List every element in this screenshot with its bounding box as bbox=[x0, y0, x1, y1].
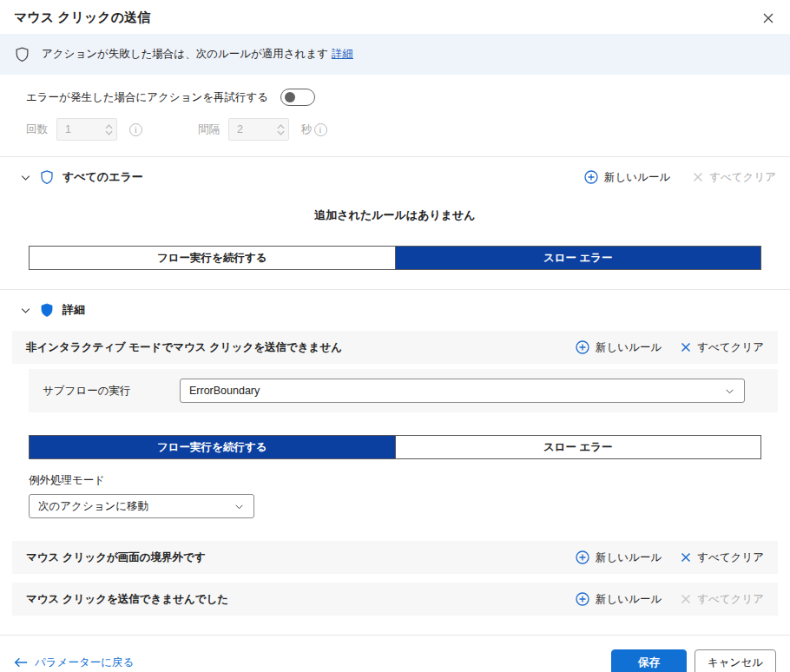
count-info-icon: i bbox=[129, 123, 142, 136]
rule-name: 非インタラクティブ モードでマウス クリックを送信できません bbox=[26, 340, 342, 355]
rule-row-noninteractive: 非インタラクティブ モードでマウス クリックを送信できません 新しいルール すべ… bbox=[12, 331, 778, 364]
collapse-advanced-chevron[interactable] bbox=[19, 304, 32, 317]
chevron-down-icon bbox=[105, 130, 113, 135]
x-icon bbox=[693, 172, 703, 182]
chevron-down-icon bbox=[19, 304, 32, 317]
shield-filled-icon bbox=[39, 302, 55, 318]
rule-row-send-failed: マウス クリックを送信できませんでした 新しいルール すべてクリア bbox=[12, 583, 778, 616]
rule1-options: フロー実行を続行する スロー エラー 例外処理モード 次のアクションに移動 bbox=[12, 412, 778, 518]
x-icon bbox=[681, 342, 691, 352]
toggle-knob bbox=[285, 92, 295, 102]
close-button[interactable] bbox=[760, 10, 776, 26]
shield-outline-icon bbox=[14, 46, 30, 63]
interval-spinner[interactable] bbox=[277, 124, 285, 135]
all-errors-new-rule-button[interactable]: 新しいルール bbox=[584, 170, 670, 185]
x-icon bbox=[681, 594, 691, 604]
retry-interval-label: 間隔 bbox=[198, 122, 220, 137]
rule2-new-rule-button[interactable]: 新しいルール bbox=[576, 550, 662, 565]
dialog-title: マウス クリックの送信 bbox=[14, 10, 150, 26]
error-rules-banner: アクションが失敗した場合は、次のルールが適用されます詳細 bbox=[0, 34, 790, 75]
chevron-down-icon bbox=[724, 385, 735, 397]
subflow-row: サブフローの実行 ErrorBoundary bbox=[29, 369, 778, 412]
spacer bbox=[12, 574, 778, 583]
plus-circle-icon bbox=[584, 170, 598, 184]
rule2-clear-all-button[interactable]: すべてクリア bbox=[681, 550, 764, 565]
subflow-label: サブフローの実行 bbox=[43, 384, 180, 399]
banner-text: アクションが失敗した場合は、次のルールが適用されます詳細 bbox=[42, 47, 353, 62]
continue-flow-option[interactable]: フロー実行を続行する bbox=[30, 247, 395, 269]
arrow-left-icon bbox=[14, 656, 28, 669]
all-errors-clear-all-button[interactable]: すべてクリア bbox=[693, 170, 776, 185]
plus-circle-icon bbox=[576, 550, 589, 564]
close-icon bbox=[762, 12, 774, 24]
seconds-label: 秒 bbox=[301, 122, 313, 137]
dialog-footer: パラメーターに戻る 保存 キャンセル bbox=[0, 635, 790, 672]
plus-circle-icon bbox=[576, 592, 589, 606]
retry-count-label: 回数 bbox=[26, 122, 48, 137]
rule-row-out-of-bounds: マウス クリックが画面の境界外です 新しいルール すべてクリア bbox=[12, 541, 778, 574]
all-errors-title: すべてのエラー bbox=[63, 169, 143, 185]
advanced-section: 詳細 非インタラクティブ モードでマウス クリックを送信できません 新しいルール… bbox=[0, 290, 790, 635]
rule1-mode-segmented: フロー実行を続行する スロー エラー bbox=[29, 435, 761, 459]
rule3-clear-all-button[interactable]: すべてクリア bbox=[681, 592, 764, 607]
rule1-clear-all-button[interactable]: すべてクリア bbox=[681, 340, 764, 355]
rule3-new-rule-button[interactable]: 新しいルール bbox=[576, 592, 662, 607]
rule-name: マウス クリックを送信できませんでした bbox=[26, 592, 228, 607]
continue-flow-option[interactable]: フロー実行を続行する bbox=[30, 436, 395, 458]
all-errors-section: すべてのエラー 新しいルール すべてクリア 追加されたルールはありません フロー… bbox=[0, 157, 790, 289]
cancel-button[interactable]: キャンセル bbox=[695, 649, 776, 672]
banner-details-link[interactable]: 詳細 bbox=[332, 48, 353, 60]
save-button[interactable]: 保存 bbox=[611, 649, 687, 672]
subflow-select[interactable]: ErrorBoundary bbox=[180, 379, 745, 403]
no-rules-message: 追加されたルールはありません bbox=[12, 208, 778, 223]
advanced-title: 詳細 bbox=[63, 302, 85, 318]
retry-toggle[interactable] bbox=[280, 89, 315, 106]
exception-mode-select[interactable]: 次のアクションに移動 bbox=[29, 494, 254, 518]
shield-outline-blue-icon bbox=[39, 169, 55, 185]
back-to-parameters-link[interactable]: パラメーターに戻る bbox=[14, 656, 134, 670]
throw-error-option[interactable]: スロー エラー bbox=[395, 247, 761, 269]
retry-interval-input[interactable]: 2 bbox=[228, 118, 289, 141]
chevron-down-icon bbox=[277, 130, 285, 135]
dialog-titlebar: マウス クリックの送信 bbox=[0, 0, 790, 34]
count-spinner[interactable] bbox=[105, 124, 113, 135]
chevron-down-icon bbox=[234, 501, 245, 512]
rule-name: マウス クリックが画面の境界外です bbox=[26, 550, 206, 565]
interval-info-icon: i bbox=[314, 123, 327, 136]
chevron-up-icon bbox=[277, 124, 285, 129]
retry-settings: エラーが発生した場合にアクションを再試行する 回数 1 i 間隔 2 秒 i bbox=[0, 75, 790, 156]
spacer bbox=[12, 518, 778, 541]
all-errors-mode-segmented: フロー実行を続行する スロー エラー bbox=[29, 246, 761, 270]
chevron-down-icon bbox=[19, 171, 32, 184]
throw-error-option[interactable]: スロー エラー bbox=[395, 436, 761, 458]
chevron-up-icon bbox=[105, 124, 113, 129]
rule1-new-rule-button[interactable]: 新しいルール bbox=[576, 340, 662, 355]
x-icon bbox=[681, 552, 691, 563]
exception-mode-label: 例外処理モード bbox=[29, 473, 761, 488]
collapse-all-errors-chevron[interactable] bbox=[19, 171, 32, 184]
retry-toggle-label: エラーが発生した場合にアクションを再試行する bbox=[26, 90, 268, 105]
plus-circle-icon bbox=[576, 340, 589, 354]
retry-count-input[interactable]: 1 bbox=[56, 118, 117, 141]
